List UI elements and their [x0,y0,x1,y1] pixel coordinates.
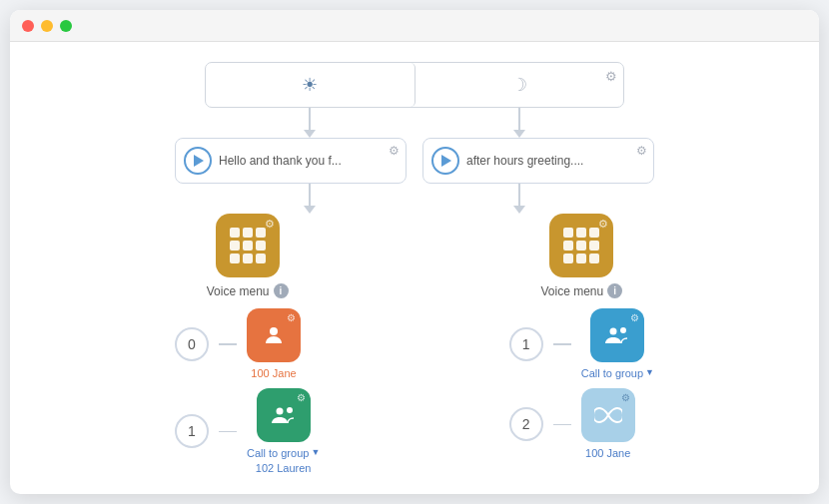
left-action-0-label: 100 Jane [251,367,296,380]
play-triangle-icon [194,155,204,167]
group-icon [604,324,630,346]
right-option-1: 1 ⚙ [509,308,654,380]
svg-point-2 [287,407,293,413]
right-option-1-circle: 1 [509,327,543,361]
left-option-1-circle: 1 [175,414,209,448]
left-greeting-box: Hello and thank you f... ⚙ [175,138,407,184]
left-option-0-col: ⚙ 100 Jane [247,308,301,380]
left-vmenu-box[interactable]: ⚙ [216,214,280,277]
right-action-1-box[interactable]: ⚙ [590,308,644,362]
play-triangle-icon [441,155,451,167]
right-vmenu-col: ⚙ Voice menu i [509,214,654,474]
left-action-1-dropdown-icon[interactable]: ▼ [311,447,320,457]
day-night-tabs: ☀ ☽ ⚙ [205,62,624,108]
left-action-1-label: Call to group [247,447,309,460]
arrow-right [513,108,525,138]
svg-point-1 [276,408,283,415]
connector-line [219,431,237,433]
voice-menu-row: ⚙ Voice menu i [175,214,654,474]
right-option-2: 2 ⚙ [509,388,635,460]
left-vmenu-grid [230,228,266,263]
maximize-button[interactable] [60,20,72,32]
loop-icon [594,406,622,424]
left-menu-options: 0 ⚙ [175,308,320,474]
person-icon [262,323,286,347]
right-action-2-gear-icon[interactable]: ⚙ [621,392,630,403]
svg-point-4 [620,327,626,333]
content-area: ☀ ☽ ⚙ [10,42,819,494]
right-option-1-col: ⚙ Cal [581,308,654,380]
main-window: ☀ ☽ ⚙ [10,10,819,494]
day-tab[interactable]: ☀ [206,63,415,107]
right-action-2-box[interactable]: ⚙ [581,388,635,442]
left-option-1: 1 ⚙ [175,388,320,474]
left-vmenu-info-icon[interactable]: i [274,283,289,298]
right-action-1-dropdown-icon[interactable]: ▼ [645,367,654,377]
right-action-1-label: Call to group [581,367,643,380]
right-vmenu-label: Voice menu i [540,283,622,298]
minimize-button[interactable] [41,20,53,32]
right-play-button[interactable] [431,147,459,175]
left-option-1-col: ⚙ [247,388,320,474]
arrow-left-2 [304,184,316,214]
left-vmenu-col: ⚙ Voice menu i [175,214,320,474]
connector-line [553,424,571,426]
connector-line [219,343,237,345]
right-vmenu-grid [563,228,599,263]
tabs-gear-icon[interactable]: ⚙ [605,69,617,84]
moon-icon: ☽ [511,74,527,96]
flow-diagram: ☀ ☽ ⚙ [65,62,764,474]
right-vmenu-info-icon[interactable]: i [607,283,622,298]
right-vmenu-box[interactable]: ⚙ [549,214,613,277]
svg-point-3 [610,328,617,335]
connector-line [553,343,571,345]
left-greeting-text: Hello and thank you f... [219,154,396,168]
right-option-2-circle: 2 [509,407,543,441]
greeting-row: Hello and thank you f... ⚙ after hours g… [175,138,654,184]
right-greeting-gear-icon[interactable]: ⚙ [636,144,647,158]
close-button[interactable] [22,20,34,32]
left-option-0: 0 ⚙ [175,308,301,380]
right-action-2-label: 100 Jane [585,447,630,460]
left-greeting-gear-icon[interactable]: ⚙ [389,144,400,158]
arrow-left [304,108,316,138]
right-greeting-box: after hours greeting.... ⚙ [422,138,654,184]
left-vmenu-label: Voice menu i [207,283,289,298]
night-tab[interactable]: ☽ [415,63,624,107]
left-option-0-circle: 0 [175,327,209,361]
arrow-right-2 [513,184,525,214]
titlebar [10,10,819,42]
left-play-button[interactable] [184,147,212,175]
sun-icon: ☀ [302,74,318,96]
left-action-1-box[interactable]: ⚙ [257,388,311,442]
right-menu-options: 1 ⚙ [509,308,654,460]
left-vmenu-gear-icon[interactable]: ⚙ [265,218,275,231]
left-action-1-sublabel: 102 Lauren [256,462,312,474]
svg-point-0 [270,327,278,335]
left-action-1-gear-icon[interactable]: ⚙ [297,392,306,403]
right-vmenu-gear-icon[interactable]: ⚙ [598,218,608,231]
group-icon [271,404,297,426]
left-action-0-gear-icon[interactable]: ⚙ [287,312,296,323]
right-greeting-text: after hours greeting.... [466,154,643,168]
right-option-2-col: ⚙ 100 Jane [581,388,635,460]
left-action-0-box[interactable]: ⚙ [247,308,301,362]
right-action-1-gear-icon[interactable]: ⚙ [630,312,639,323]
